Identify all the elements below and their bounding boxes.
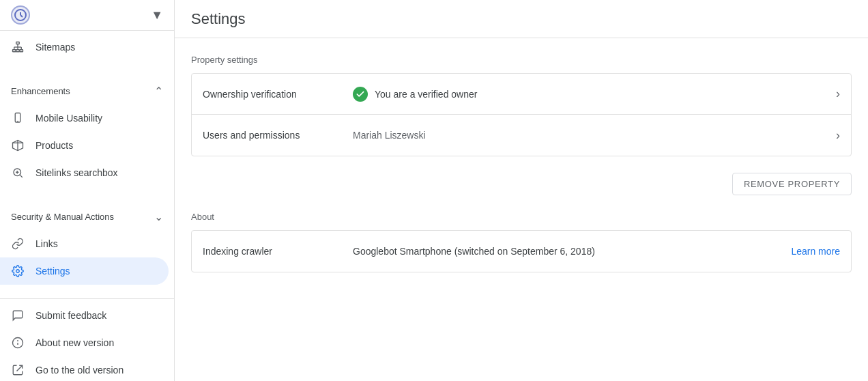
svg-rect-5 (16, 50, 20, 52)
sidebar-item-label: Go to the old version (35, 365, 124, 376)
sidebar-header: ▼ (0, 0, 174, 31)
export-icon (11, 363, 25, 377)
svg-point-21 (16, 270, 20, 273)
links-icon (11, 237, 25, 251)
enhancements-header[interactable]: Enhancements ⌃ (0, 77, 174, 104)
sidebar-item-about-new-version[interactable]: About new version (0, 329, 169, 356)
svg-rect-3 (16, 42, 20, 44)
svg-rect-6 (20, 50, 23, 52)
security-title: Security & Manual Actions (11, 212, 114, 222)
sidebar-item-settings[interactable]: Settings (0, 257, 169, 285)
sidebar-item-sitelinks-searchbox[interactable]: Sitelinks searchbox (0, 159, 169, 186)
page-title: Settings (191, 10, 246, 28)
property-settings-label: Property settings (191, 55, 852, 65)
sidebar-item-mobile-usability[interactable]: Mobile Usability (0, 104, 169, 132)
sidebar-item-label: Links (35, 238, 58, 249)
svg-line-2 (20, 15, 23, 17)
sidebar-item-label: About new version (35, 337, 114, 348)
ownership-verification-row[interactable]: Ownership verification You are a verifie… (192, 74, 851, 115)
sidebar-item-label: Settings (35, 266, 70, 277)
mobile-icon (11, 111, 25, 125)
info-icon (11, 336, 25, 350)
ownership-verification-value: You are a verified owner (375, 89, 477, 100)
enhancements-title: Enhancements (11, 86, 70, 96)
sitemap-icon (11, 40, 25, 54)
sitelinks-icon (11, 166, 25, 180)
indexing-crawler-content: Googlebot Smartphone (switched on Septem… (353, 246, 791, 257)
remove-property-button[interactable]: REMOVE PROPERTY (732, 173, 852, 195)
enhancements-chevron-icon: ⌃ (154, 85, 163, 98)
users-permissions-value: Mariah Liszewski (353, 130, 426, 141)
products-icon (11, 139, 25, 152)
sidebar-item-label: Products (35, 140, 73, 151)
main-content-area: Settings Property settings Ownership ver… (175, 0, 868, 381)
sidebar-item-label: Submit feedback (35, 310, 106, 321)
sidebar-item-sitemaps[interactable]: Sitemaps (0, 33, 169, 61)
sidebar-collapse-icon[interactable]: ▼ (151, 8, 163, 23)
security-header[interactable]: Security & Manual Actions ⌄ (0, 203, 174, 230)
sidebar-bottom: Submit feedback About new version Go t (0, 298, 174, 381)
ownership-verification-content: You are a verified owner (353, 87, 836, 102)
indexing-crawler-row[interactable]: Indexing crawler Googlebot Smartphone (s… (192, 231, 851, 272)
sidebar-item-go-to-old-version[interactable]: Go to the old version (0, 356, 169, 381)
about-card: Indexing crawler Googlebot Smartphone (s… (191, 230, 852, 272)
verified-icon (353, 87, 368, 102)
users-permissions-label: Users and permissions (203, 130, 353, 141)
users-permissions-arrow-icon: › (836, 128, 840, 143)
main-header: Settings (175, 0, 868, 38)
sidebar-item-submit-feedback[interactable]: Submit feedback (0, 302, 169, 329)
sidebar-item-links[interactable]: Links (0, 230, 169, 257)
logo-icon (11, 5, 30, 25)
sidebar-item-label: Sitemaps (35, 42, 75, 53)
sidebar-top-section: Sitemaps (0, 31, 174, 63)
sidebar-item-label: Mobile Usability (35, 113, 102, 124)
svg-rect-4 (13, 50, 16, 52)
ownership-verification-arrow-icon: › (836, 87, 840, 101)
indexing-crawler-value: Googlebot Smartphone (switched on Septem… (353, 246, 595, 257)
sidebar-enhancements-section: Enhancements ⌃ Mobile Usability Products (0, 74, 174, 189)
sidebar-logo (11, 5, 30, 25)
main-content: Property settings Ownership verification… (175, 38, 868, 305)
users-permissions-row[interactable]: Users and permissions Mariah Liszewski › (192, 115, 851, 156)
feedback-icon (11, 309, 25, 322)
security-chevron-icon: ⌄ (154, 210, 163, 223)
sidebar: ▼ Sitemaps Enhance (0, 0, 175, 381)
learn-more-link[interactable]: Learn more (791, 246, 840, 257)
users-permissions-content: Mariah Liszewski (353, 130, 836, 141)
ownership-verification-label: Ownership verification (203, 89, 353, 100)
svg-line-18 (20, 175, 22, 177)
settings-icon (11, 264, 25, 278)
sidebar-item-label: Sitelinks searchbox (35, 167, 118, 178)
about-label: About (191, 212, 852, 222)
sidebar-item-products[interactable]: Products (0, 132, 169, 159)
indexing-crawler-label: Indexing crawler (203, 246, 353, 257)
remove-property-container: REMOVE PROPERTY (191, 173, 852, 195)
sidebar-security-section: Security & Manual Actions ⌄ Links Settin… (0, 200, 174, 287)
property-settings-card: Ownership verification You are a verifie… (191, 73, 852, 156)
